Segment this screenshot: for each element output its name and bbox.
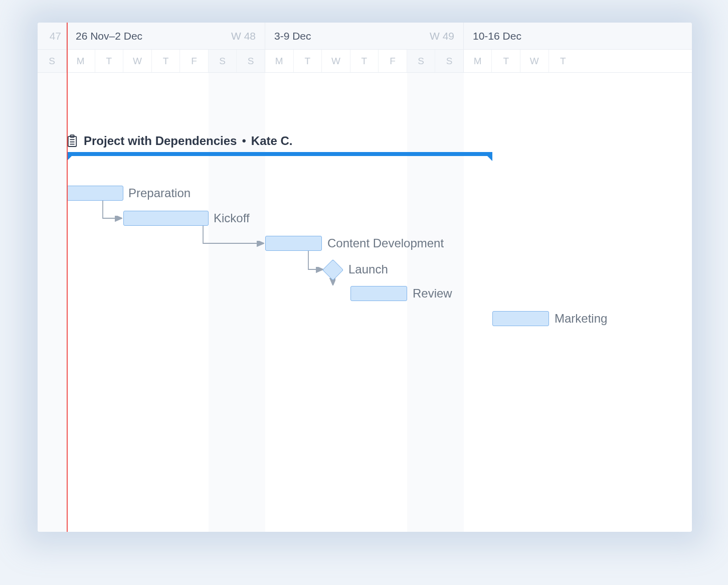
- week-49[interactable]: 3-9 Dec W 49: [265, 23, 464, 49]
- day-col: T: [294, 50, 322, 72]
- day-col: T: [350, 50, 379, 72]
- day-col: W: [322, 50, 350, 72]
- task-label-marketing: Marketing: [555, 312, 607, 326]
- day-col: T: [492, 50, 520, 72]
- separator-dot: •: [242, 134, 246, 148]
- weekend-shade: [407, 73, 464, 532]
- day-col: F: [180, 50, 209, 72]
- project-icon: [67, 134, 78, 148]
- task-bar-kickoff[interactable]: [123, 211, 209, 226]
- project-summary-bar[interactable]: [67, 152, 492, 156]
- task-bar-review[interactable]: [350, 286, 407, 301]
- week-range: 26 Nov–2 Dec: [76, 30, 142, 42]
- task-label-launch: Launch: [348, 262, 388, 276]
- milestone-launch[interactable]: [322, 259, 343, 280]
- week-stub: 47: [38, 23, 67, 49]
- gantt-body[interactable]: Project with Dependencies • Kate C. Prep…: [38, 73, 692, 532]
- day-col: S: [407, 50, 436, 72]
- day-col: T: [95, 50, 124, 72]
- day-col: M: [67, 50, 95, 72]
- day-col: F: [379, 50, 407, 72]
- week-number: W 49: [430, 30, 454, 42]
- task-bar-preparation[interactable]: [67, 186, 123, 201]
- project-title: Project with Dependencies: [84, 134, 237, 148]
- task-label-preparation: Preparation: [128, 186, 191, 200]
- week-number: W 48: [231, 30, 256, 42]
- week-range: 10-16 Dec: [473, 30, 521, 42]
- day-col: W: [123, 50, 152, 72]
- week-range: 3-9 Dec: [274, 30, 311, 42]
- weekend-shade: [38, 73, 67, 532]
- week-48[interactable]: 26 Nov–2 Dec W 48: [67, 23, 265, 49]
- timeline-days-row: S M T W T F S S M T W T F S S M T W T: [38, 50, 692, 73]
- day-col: S: [209, 50, 237, 72]
- day-col: S: [237, 50, 265, 72]
- day-col: M: [464, 50, 492, 72]
- task-bar-content[interactable]: [265, 236, 322, 251]
- today-indicator: [67, 73, 68, 532]
- day-col: W: [520, 50, 549, 72]
- task-label-kickoff: Kickoff: [214, 211, 250, 225]
- project-header[interactable]: Project with Dependencies • Kate C.: [67, 134, 293, 148]
- project-owner: Kate C.: [251, 134, 293, 148]
- timeline-weeks-row: 47 26 Nov–2 Dec W 48 3-9 Dec W 49 10-16 …: [38, 23, 692, 50]
- day-col: S: [38, 50, 67, 72]
- task-label-review: Review: [413, 286, 452, 301]
- gantt-frame: 47 26 Nov–2 Dec W 48 3-9 Dec W 49 10-16 …: [38, 23, 692, 532]
- day-col: T: [549, 50, 578, 72]
- day-col: M: [265, 50, 294, 72]
- week-stub-number: 47: [50, 30, 61, 42]
- task-bar-marketing[interactable]: [492, 311, 549, 326]
- day-col: T: [152, 50, 180, 72]
- week-50[interactable]: 10-16 Dec: [464, 23, 692, 49]
- task-label-content: Content Development: [327, 236, 444, 250]
- day-col: S: [435, 50, 464, 72]
